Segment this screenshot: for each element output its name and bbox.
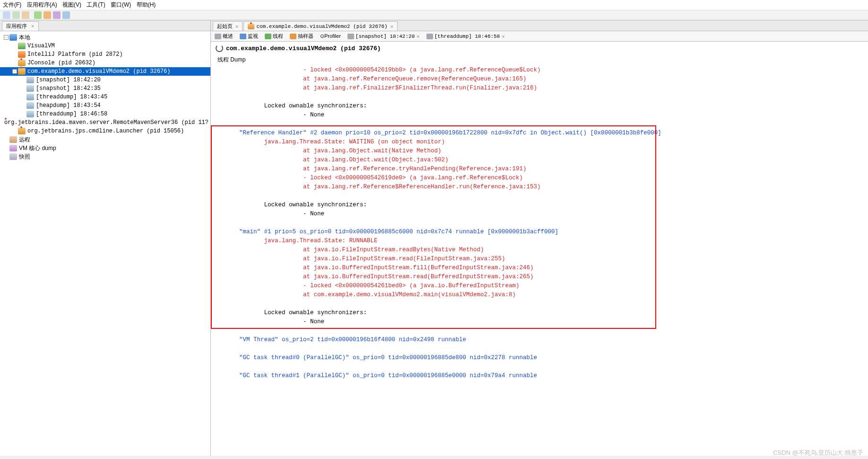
- dump-line: [211, 93, 868, 102]
- tab-icon: [265, 34, 271, 39]
- application-tree[interactable]: -本地VisualVMIntelliJ Platform (pid 2872)J…: [0, 31, 210, 456]
- tree-item[interactable]: IntelliJ Platform (pid 2872): [0, 50, 210, 59]
- menu-app[interactable]: 应用程序(A): [27, 1, 57, 8]
- dump-line: at java.lang.ref.ReferenceQueue.remove(R…: [211, 75, 868, 84]
- close-icon[interactable]: ×: [31, 23, 34, 29]
- tab-icon: [215, 34, 221, 39]
- tree-item-label: 本地: [19, 33, 30, 42]
- dump-line: [211, 344, 868, 353]
- dump-line: [211, 362, 868, 371]
- editor-tab[interactable]: 起始页×: [213, 21, 243, 31]
- collapse-icon[interactable]: -: [12, 69, 17, 74]
- menu-view[interactable]: 视图(V): [62, 1, 81, 8]
- tree-item[interactable]: VM 核心 dump: [0, 144, 210, 152]
- toolbar-icon[interactable]: [43, 11, 51, 19]
- dump-line: "GC task thread#1 (ParallelGC)" os_prio=…: [211, 371, 868, 380]
- editor-tab[interactable]: com.example.demo.visualVMdemo2 (pid 3267…: [243, 21, 398, 31]
- close-icon[interactable]: ×: [391, 24, 393, 29]
- dump-line: - locked <0x0000000542619bb0> (a java.la…: [211, 66, 868, 75]
- dump-line: java.lang.Thread.State: WAITING (on obje…: [211, 138, 868, 147]
- toolbar-icon[interactable]: [3, 11, 10, 19]
- detail-tab[interactable]: 线程: [264, 32, 284, 40]
- tab-icon: [248, 24, 254, 29]
- dump-line: - None: [211, 210, 868, 219]
- tree-item-label: org.jetbrains.idea.maven.server.RemoteMa…: [4, 118, 208, 127]
- tree-item-icon: [9, 153, 17, 160]
- detail-tab[interactable]: [snapshot] 18:42:20×: [347, 33, 421, 40]
- tree-item-label: VisualVM: [27, 42, 55, 50]
- tree-item[interactable]: -本地: [0, 33, 210, 42]
- sidebar-tab-label: 应用程序: [6, 23, 27, 29]
- menu-window[interactable]: 窗口(W): [111, 1, 131, 8]
- close-icon[interactable]: ×: [502, 34, 504, 39]
- tab-label: 抽样器: [298, 33, 313, 40]
- dump-line: at java.io.FileInputStream.readBytes(Nat…: [211, 246, 868, 255]
- tree-item-label: [snapshot] 18:42:35: [36, 84, 101, 93]
- tree-item[interactable]: [threaddump] 18:46:58: [0, 110, 210, 118]
- main-toolbar: [0, 10, 868, 20]
- tree-item[interactable]: org.jetbrains.jps.cmdline.Launcher (pid …: [0, 127, 210, 135]
- tree-item-icon: [26, 102, 34, 109]
- tree-item-icon: [18, 51, 26, 58]
- detail-tab[interactable]: 监视: [239, 32, 259, 40]
- content-area: 起始页×com.example.demo.visualVMdemo2 (pid …: [211, 20, 868, 456]
- dump-line: at java.lang.ref.Reference$ReferenceHand…: [211, 183, 868, 192]
- detail-tab[interactable]: 抽样器: [289, 32, 314, 40]
- thread-dump-text[interactable]: - locked <0x0000000542619bb0> (a java.la…: [211, 66, 868, 456]
- collapse-icon[interactable]: -: [4, 35, 9, 40]
- toolbar-icon[interactable]: [22, 11, 29, 19]
- tree-item[interactable]: [threaddump] 18:43:45: [0, 93, 210, 101]
- tree-item-label: com.example.demo.visualVMdemo2 (pid 3267…: [27, 67, 170, 76]
- tree-item[interactable]: [snapshot] 18:42:20: [0, 76, 210, 84]
- tab-label: 监视: [248, 33, 258, 40]
- detail-tab[interactable]: ⊙Profiler: [319, 33, 342, 40]
- detail-tab[interactable]: 概述: [214, 32, 234, 40]
- sidebar-tab-applications[interactable]: 应用程序 ×: [2, 21, 39, 31]
- toolbar-icon[interactable]: [12, 11, 20, 19]
- tab-icon: [290, 34, 296, 39]
- tab-icon: [426, 34, 433, 39]
- tree-item-icon: [18, 60, 26, 66]
- tree-item[interactable]: [heapdump] 18:43:54: [0, 101, 210, 110]
- toolbar-icon[interactable]: [34, 11, 42, 19]
- sidebar: 应用程序 × -本地VisualVMIntelliJ Platform (pid…: [0, 20, 211, 456]
- tree-item[interactable]: 远程: [0, 135, 210, 144]
- close-icon[interactable]: ×: [235, 24, 238, 29]
- tab-icon: [347, 34, 354, 39]
- dump-line: "main" #1 prio=5 os_prio=0 tid=0x0000019…: [211, 228, 868, 237]
- tree-item[interactable]: 快照: [0, 152, 210, 161]
- tree-item-label: [heapdump] 18:43:54: [36, 101, 101, 110]
- dump-line: [211, 219, 868, 228]
- page-title-row: com.example.demo.visualVMdemo2 (pid 3267…: [211, 42, 868, 55]
- detail-tab[interactable]: [threaddump] 18:46:58×: [425, 33, 506, 40]
- tree-item[interactable]: org.jetbrains.idea.maven.server.RemoteMa…: [0, 118, 210, 127]
- dump-line: Locked ownable synchronizers:: [211, 201, 868, 210]
- dump-line: at java.io.BufferedInputStream.read(Buff…: [211, 273, 868, 282]
- menu-file[interactable]: 文件(F): [3, 1, 21, 8]
- menu-help[interactable]: 帮助(H): [137, 1, 156, 8]
- tree-item[interactable]: [snapshot] 18:42:35: [0, 84, 210, 93]
- dump-line: Locked ownable synchronizers:: [211, 309, 868, 318]
- loading-icon: [216, 44, 223, 52]
- watermark: CSDN @不死鸟.亚历山大.狼崽子: [773, 449, 863, 456]
- menu-tools[interactable]: 工具(T): [87, 1, 105, 8]
- tree-item-label: IntelliJ Platform (pid 2872): [27, 50, 123, 59]
- dump-line: at java.lang.ref.Finalizer$FinalizerThre…: [211, 84, 868, 93]
- dump-line: java.lang.Thread.State: RUNNABLE: [211, 237, 868, 246]
- tab-label: 起始页: [217, 23, 233, 30]
- dump-line: "Reference Handler" #2 daemon prio=10 os…: [211, 129, 868, 138]
- page-title: com.example.demo.visualVMdemo2 (pid 3267…: [226, 45, 381, 52]
- tree-item-label: 快照: [19, 152, 30, 161]
- dump-line: [211, 192, 868, 201]
- dump-line: Locked ownable synchronizers:: [211, 102, 868, 111]
- toolbar-icon[interactable]: [62, 11, 70, 19]
- toolbar-icon[interactable]: [53, 11, 61, 19]
- tree-item[interactable]: JConsole (pid 20632): [0, 59, 210, 67]
- close-icon[interactable]: ×: [417, 34, 419, 39]
- tree-item-icon: [9, 145, 17, 151]
- tree-item[interactable]: -com.example.demo.visualVMdemo2 (pid 326…: [0, 67, 210, 76]
- dump-line: at com.example.demo.visualVMdemo2.main(v…: [211, 291, 868, 300]
- dump-line: at java.lang.ref.Reference.tryHandlePend…: [211, 165, 868, 174]
- tree-item-icon: [9, 136, 17, 143]
- tree-item[interactable]: VisualVM: [0, 42, 210, 50]
